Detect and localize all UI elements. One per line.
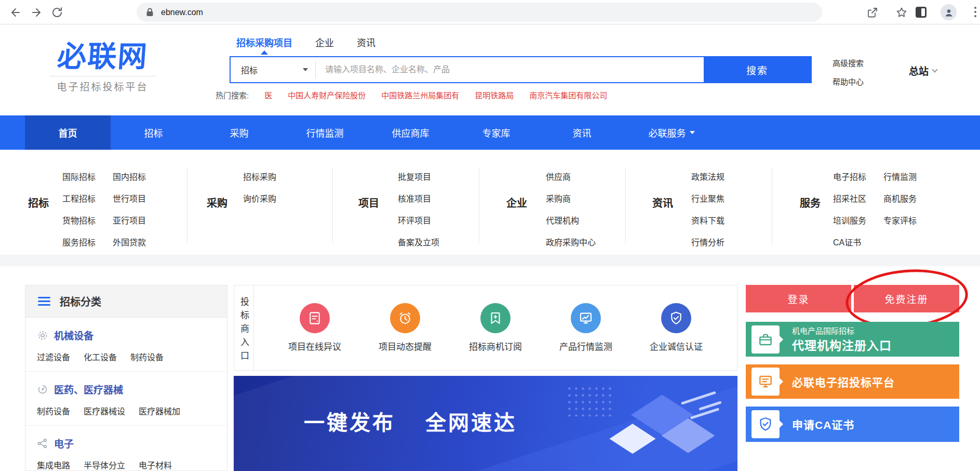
category-item[interactable]: 制药设备 (37, 404, 70, 417)
mega-item[interactable]: 核准项目 (398, 192, 439, 204)
mega-item[interactable]: 世行项目 (113, 192, 146, 204)
promo-line1: 机电产品国际招标 (792, 325, 892, 336)
mega-item[interactable]: 代理机构 (546, 214, 596, 226)
back-icon[interactable] (9, 6, 22, 19)
promo-agency-register[interactable]: 机电产品国际招标 代理机构注册入口 (746, 322, 959, 357)
service-online-objection[interactable]: 项目在线异议 (288, 303, 341, 352)
category-item[interactable]: 医疗器械设 (84, 404, 125, 417)
category-medical[interactable]: 医药、医疗器械 (37, 382, 227, 396)
promo-ca-certificate[interactable]: 申请CA证书 (746, 407, 959, 442)
mega-item[interactable]: 行情监测 (883, 170, 917, 182)
mega-item[interactable]: 招标采购 (243, 170, 276, 182)
search-button[interactable]: 搜索 (704, 57, 811, 82)
register-button[interactable]: 免费注册 (854, 285, 959, 312)
mega-item[interactable]: 专家评标 (883, 214, 917, 226)
mega-item[interactable]: 行情分析 (691, 236, 724, 248)
hot-search-label: 热门搜索: (216, 89, 249, 100)
mega-group-label: 项目 (358, 195, 379, 210)
promo-ebidding-platform[interactable]: 必联电子招投标平台 (746, 364, 959, 399)
nav-supplier-library[interactable]: 供应商库 (368, 115, 453, 150)
site-logo[interactable]: 必联网 电子招标投标平台 (49, 41, 156, 93)
url-text: ebnew.com (161, 8, 203, 17)
browser-menu-icon[interactable] (974, 7, 977, 18)
mega-item[interactable]: 询价采购 (243, 192, 276, 204)
service-opportunity-subscribe[interactable]: 招标商机订阅 (469, 303, 522, 352)
mega-item[interactable]: 环评项目 (398, 214, 439, 226)
mega-item[interactable]: 工程招标 (62, 192, 96, 204)
address-bar[interactable]: ebnew.com (137, 3, 822, 22)
nav-home[interactable]: 首页 (25, 115, 111, 150)
page: ebnew.com 必联网 电子招标投标平台 招标采购项目 企业 资讯 招标 搜… (0, 0, 980, 471)
hot-term[interactable]: 中国人寿财产保险股份 (288, 89, 366, 100)
mega-group-projects: 项目 批复项目 核准项目 环评项目 备案及立项 (358, 150, 439, 255)
mega-item[interactable]: 商机服务 (883, 192, 917, 204)
lock-icon (146, 8, 154, 17)
help-center-link[interactable]: 帮助中心 (833, 73, 864, 91)
alarm-icon (397, 310, 413, 326)
nav-bl-services[interactable]: 必联服务 (625, 115, 718, 150)
hot-term[interactable]: 昆明铁路局 (475, 89, 514, 100)
mega-item[interactable]: 国际招标 (62, 170, 96, 182)
category-item[interactable]: 医疗器械加 (139, 404, 180, 417)
logo-subtitle: 电子招标投标平台 (49, 79, 156, 93)
mega-item[interactable]: 货物招标 (62, 214, 96, 226)
mega-item[interactable]: 政策法规 (691, 170, 724, 182)
mega-item[interactable]: 行业聚焦 (691, 192, 724, 204)
category-machinery[interactable]: 机械设备 (37, 328, 227, 342)
login-button[interactable]: 登录 (746, 285, 851, 312)
category-item[interactable]: 半导体分立 (84, 459, 125, 471)
category-item[interactable]: 电子材料 (139, 459, 172, 471)
bookmark-star-icon[interactable] (895, 6, 908, 19)
service-credit-certification[interactable]: 企业诚信认证 (650, 303, 703, 352)
mega-item[interactable]: 招采社区 (833, 192, 866, 204)
search-category-dropdown[interactable]: 招标 (231, 57, 315, 82)
mega-item[interactable]: 外国贷款 (113, 236, 146, 248)
advanced-search-link[interactable]: 高级搜索 (833, 54, 864, 73)
mega-item[interactable]: 政府采购中心 (546, 236, 596, 248)
side-panel-icon[interactable] (916, 7, 927, 18)
profile-avatar[interactable] (941, 4, 957, 20)
mega-item[interactable]: 国内招标 (113, 170, 146, 182)
tab-bidding-projects[interactable]: 招标采购项目 (236, 35, 292, 49)
share-icon[interactable] (866, 6, 879, 19)
mega-item[interactable]: 服务招标 (62, 236, 96, 248)
category-item[interactable]: 集成电路 (37, 459, 70, 471)
category-item[interactable]: 化工设备 (84, 350, 117, 363)
hot-term[interactable]: 医 (264, 89, 272, 100)
mega-group-procurement: 采购 招标采购 询价采购 (207, 150, 276, 255)
quick-links: 高级搜索 帮助中心 (833, 54, 864, 91)
mega-item[interactable]: 备案及立项 (398, 236, 439, 248)
category-item[interactable]: 制药设备 (130, 350, 164, 363)
mega-item[interactable]: 亚行项目 (113, 214, 146, 226)
mega-item[interactable]: 电子招标 (833, 170, 866, 182)
service-market-monitor[interactable]: 产品行情监测 (559, 303, 612, 352)
search-input[interactable] (316, 57, 704, 82)
mega-item[interactable]: 采购商 (546, 192, 596, 204)
category-item[interactable]: 过滤设备 (37, 350, 70, 363)
category-electronics[interactable]: 电子 (37, 436, 227, 450)
nav-market-monitor[interactable]: 行情监测 (282, 115, 368, 150)
reload-icon[interactable] (51, 6, 63, 19)
gauge-icon (37, 384, 48, 395)
promo-banner[interactable]: 一键发布全网速达 分秒发布 全网速达 (234, 376, 737, 471)
hot-term[interactable]: 中国铁路兰州局集团有 (381, 89, 459, 100)
mega-item[interactable]: 批复项目 (398, 170, 439, 182)
tab-companies[interactable]: 企业 (315, 35, 334, 49)
nav-news[interactable]: 资讯 (539, 115, 625, 150)
mega-item[interactable]: 供应商 (546, 170, 596, 182)
nav-bidding[interactable]: 招标 (111, 115, 196, 150)
hot-term[interactable]: 南京汽车集团有限公司 (529, 89, 607, 100)
tab-news[interactable]: 资讯 (357, 35, 375, 49)
nav-procurement[interactable]: 采购 (196, 115, 282, 150)
site-switcher[interactable]: 总站 (909, 63, 937, 77)
chevron-down-icon (303, 68, 308, 71)
document-icon (307, 310, 323, 326)
mega-item[interactable]: CA证书 (833, 236, 866, 248)
mega-item[interactable]: 培训服务 (833, 214, 866, 226)
forward-icon[interactable] (30, 6, 43, 19)
mega-item[interactable]: 资料下载 (691, 214, 724, 226)
mega-menu: 招标 国际招标 国内招标 工程招标 世行项目 货物招标 亚行项目 服务招标 外国… (0, 150, 980, 255)
nav-expert-library[interactable]: 专家库 (453, 115, 539, 150)
service-project-alerts[interactable]: 项目动态提醒 (379, 303, 432, 352)
auth-buttons: 登录 免费注册 (746, 285, 959, 312)
